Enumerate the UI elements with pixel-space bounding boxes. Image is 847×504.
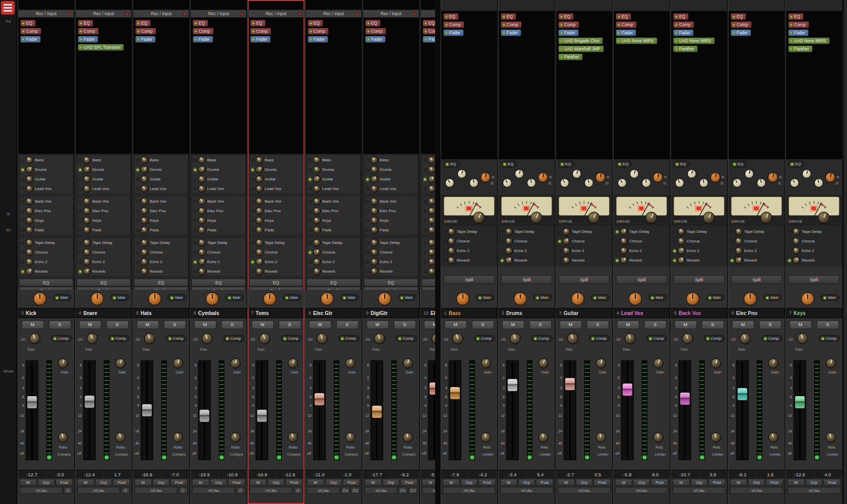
polarity-button[interactable]: ∅ [64, 487, 73, 494]
meter-peak-readout[interactable]: 5.4 [527, 470, 555, 478]
meter-peak-readout[interactable]: -7.0 [161, 470, 190, 478]
tape-drive-knob[interactable] [530, 212, 542, 224]
channel-name-bar[interactable]: 1Bass [441, 308, 497, 318]
send-active-led[interactable] [558, 259, 561, 262]
send-level-knob[interactable] [428, 258, 435, 266]
send-level-knob[interactable] [83, 185, 91, 193]
processor-eq[interactable]: EQ [673, 13, 689, 20]
comp-release-knob[interactable] [538, 432, 549, 443]
fader-handle[interactable] [737, 388, 748, 401]
processor-plugin[interactable]: Panther [788, 45, 813, 52]
post-button[interactable]: Post [478, 479, 496, 486]
send-active-led[interactable] [251, 219, 254, 222]
send-level-knob[interactable] [313, 185, 321, 193]
fader-handle[interactable] [314, 393, 325, 406]
app-logo[interactable] [1, 1, 15, 15]
processor-plugin[interactable]: UAD SPL Transient [78, 44, 124, 51]
post-button[interactable]: Post [766, 479, 783, 486]
send-level-knob[interactable] [83, 207, 91, 215]
send-level-knob[interactable] [793, 257, 800, 264]
send-active-led[interactable] [424, 251, 427, 254]
trim-knob[interactable] [567, 333, 578, 344]
send-level-knob[interactable] [428, 166, 435, 173]
mute-button[interactable]: M [617, 321, 639, 329]
comp-release-knob[interactable] [481, 432, 491, 443]
send-active-led[interactable] [673, 259, 676, 262]
comp-enable-button[interactable]: Comp [474, 335, 495, 342]
meter-point-button[interactable]: M [500, 479, 517, 486]
comp-release-knob[interactable] [768, 432, 778, 443]
processor-comp[interactable]: Comp [78, 28, 99, 35]
solo-button[interactable]: S [49, 321, 71, 329]
processor-comp[interactable]: Comp [788, 21, 809, 28]
comp-mode-selector[interactable]: Comprs [57, 452, 71, 457]
send-level-knob[interactable] [313, 268, 321, 275]
trim-knob[interactable] [317, 333, 328, 344]
rec-input-header[interactable]: Rec / Input [133, 10, 189, 18]
fader-gain-readout[interactable]: -5.3 [420, 470, 435, 478]
processor-comp[interactable]: Comp [673, 21, 694, 28]
send-active-led[interactable] [194, 219, 197, 222]
send-level-knob[interactable] [428, 217, 435, 224]
comp-mode-selector[interactable]: Comprs [172, 452, 186, 457]
send-level-knob[interactable] [83, 258, 91, 266]
processor-comp[interactable]: Comp [20, 28, 41, 35]
vca-assign-button[interactable]: -VCAs- [558, 487, 611, 494]
comp-ratio-knob[interactable] [115, 432, 126, 443]
send-active-led[interactable] [251, 241, 254, 244]
comp-ratio-knob[interactable] [288, 432, 298, 443]
send-active-led[interactable] [424, 241, 427, 244]
comp-enable-button[interactable]: Comp [589, 335, 610, 342]
spill-button[interactable]: Spill [559, 275, 610, 284]
send-level-knob[interactable] [83, 226, 91, 234]
fader-track[interactable] [198, 360, 211, 460]
post-button[interactable]: Post [708, 479, 725, 486]
mute-button[interactable]: M [367, 321, 389, 329]
send-level-knob[interactable] [428, 175, 435, 183]
eq-enable-button[interactable]: EQ [558, 161, 575, 167]
channel-name-bar[interactable]: 10Elec [420, 308, 435, 318]
send-active-led[interactable] [194, 159, 197, 162]
spill-button[interactable]: Spill [444, 275, 495, 284]
send-level-knob[interactable] [428, 248, 435, 256]
spill-button[interactable]: Spill [731, 275, 782, 284]
master-assign-button[interactable]: Mstr [53, 294, 72, 301]
rec-input-header[interactable]: Rec / Input [76, 10, 132, 18]
rec-input-header[interactable]: Rec / Input [191, 10, 247, 18]
send-level-knob[interactable] [198, 258, 206, 266]
send-level-knob[interactable] [428, 268, 435, 275]
send-active-led[interactable] [251, 168, 254, 171]
vca-assign-button[interactable]: -VCAs- [365, 487, 397, 494]
send-active-led[interactable] [616, 230, 619, 233]
post-button[interactable]: Post [55, 479, 73, 486]
send-level-knob[interactable] [428, 207, 435, 215]
spill-button[interactable]: Spill [789, 275, 839, 284]
fader-gain-readout[interactable]: -16.9 [133, 470, 161, 478]
send-active-led[interactable] [136, 241, 139, 244]
send-active-led[interactable] [136, 261, 139, 264]
send-active-led[interactable] [424, 210, 427, 213]
eq-mid-knob[interactable] [802, 169, 811, 178]
processor-comp[interactable]: Comp [135, 28, 156, 35]
send-level-knob[interactable] [141, 207, 148, 215]
eq-section-header[interactable]: EQ [134, 279, 188, 286]
send-active-led[interactable] [673, 240, 676, 243]
vca-assign-button[interactable]: -VCAs- [422, 487, 435, 494]
toolbar-label-sh[interactable]: Sh [0, 228, 17, 232]
send-level-knob[interactable] [678, 247, 685, 255]
mute-button[interactable]: M [194, 321, 216, 329]
eq-low-knob[interactable] [584, 178, 593, 187]
send-active-led[interactable] [251, 229, 254, 232]
group-button[interactable]: Grp [518, 479, 535, 486]
processor-eq[interactable]: EQ [788, 13, 804, 20]
solo-button[interactable]: S [164, 321, 186, 329]
comp-enable-button[interactable]: Comp [108, 335, 130, 342]
fader-gain-readout[interactable]: -10.7 [671, 470, 699, 478]
fader-track[interactable] [449, 360, 461, 460]
vca-assign-button[interactable]: -VCAs- [307, 487, 340, 494]
processor-eq[interactable]: EQ [365, 20, 381, 27]
send-active-led[interactable] [309, 168, 312, 171]
fader-handle[interactable] [680, 392, 690, 405]
send-level-knob[interactable] [678, 237, 685, 245]
tape-drive-knob[interactable] [760, 212, 772, 224]
